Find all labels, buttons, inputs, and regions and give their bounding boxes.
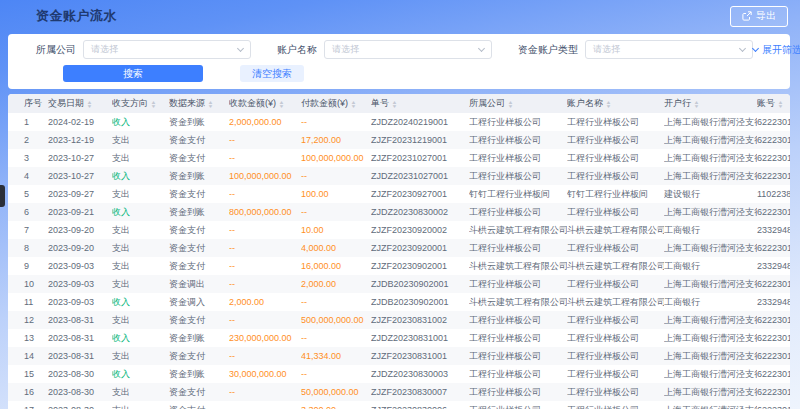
sort-icon[interactable]: ▲▼ bbox=[694, 100, 699, 108]
table-row: 12024-02-19收入资金到账2,000,000.00--ZJDZ20240… bbox=[8, 113, 790, 131]
cell-payment_amount: 50,000,000.00 bbox=[301, 383, 371, 401]
account-type-select[interactable]: 请选择 bbox=[585, 40, 753, 59]
cell-date: 2023-08-31 bbox=[48, 329, 112, 347]
cell-income_amount: -- bbox=[229, 347, 301, 365]
cell-source: 资金支付 bbox=[169, 185, 229, 203]
cell-company: 工程行业样板公司 bbox=[469, 365, 567, 383]
cell-payment_amount: 500,000,000.00 bbox=[301, 311, 371, 329]
cell-company: 工程行业样板公司 bbox=[469, 167, 567, 185]
col-header-label: 交易日期 bbox=[48, 98, 84, 108]
cell-source: 资金到账 bbox=[169, 113, 229, 131]
cell-index: 16 bbox=[8, 383, 48, 401]
cell-bank: 工商银行 bbox=[664, 293, 757, 311]
cell-source: 资金支付 bbox=[169, 149, 229, 167]
cell-payment_amount: -- bbox=[301, 167, 371, 185]
cell-date: 2023-10-27 bbox=[48, 167, 112, 185]
cell-company: 斗栱云建筑工程有限公司 bbox=[469, 293, 567, 311]
cell-account_name: 斗栱云建筑工程有限公司 bbox=[567, 293, 664, 311]
cell-order_no: ZJZF20230902001 bbox=[371, 257, 469, 275]
cell-direction: 收入 bbox=[112, 293, 169, 311]
cell-date: 2023-09-03 bbox=[48, 257, 112, 275]
sort-icon[interactable]: ▲▼ bbox=[351, 100, 356, 108]
cell-direction: 支出 bbox=[112, 311, 169, 329]
cell-bank: 上海工商银行漕河泾支行 bbox=[664, 203, 757, 221]
top-bar: 资金账户流水 导出 bbox=[0, 0, 800, 32]
table-row: 72023-09-20支出资金支付--10.00ZJZF20230920002斗… bbox=[8, 221, 790, 239]
table-row: 142023-08-31支出资金支付--41,334.00ZJZF2023083… bbox=[8, 347, 790, 365]
cell-income_amount: -- bbox=[229, 149, 301, 167]
clear-search-button[interactable]: 清空搜索 bbox=[240, 65, 304, 82]
cell-income_amount: -- bbox=[229, 401, 301, 409]
col-header-company[interactable]: 所属公司▲▼ bbox=[469, 94, 567, 113]
table-row: 82023-09-20支出资金支付--4,000.00ZJZF202309200… bbox=[8, 239, 790, 257]
sort-icon[interactable]: ▲▼ bbox=[279, 100, 284, 108]
col-header-label: 账户名称 bbox=[567, 98, 603, 108]
cell-index: 7 bbox=[8, 221, 48, 239]
col-header-account_no[interactable]: 账号▲▼ bbox=[757, 94, 790, 113]
cell-index: 12 bbox=[8, 311, 48, 329]
sort-icon[interactable]: ▲▼ bbox=[87, 100, 92, 108]
sort-icon[interactable]: ▲▼ bbox=[508, 100, 513, 108]
account-name-select[interactable]: 请选择 bbox=[324, 40, 492, 59]
col-header-date[interactable]: 交易日期▲▼ bbox=[48, 94, 112, 113]
cell-account_no: 110223823 bbox=[757, 185, 790, 203]
cell-income_amount: 30,000,000.00 bbox=[229, 365, 301, 383]
cell-direction: 支出 bbox=[112, 401, 169, 409]
sort-icon[interactable]: ▲▼ bbox=[208, 100, 213, 108]
table-row: 52023-09-27支出资金支付--100.00ZJZF20230927001… bbox=[8, 185, 790, 203]
cell-company: 工程行业样板公司 bbox=[469, 113, 567, 131]
col-header-payment_amount[interactable]: 付款金额(¥)▲▼ bbox=[301, 94, 371, 113]
sort-icon[interactable]: ▲▼ bbox=[151, 100, 156, 108]
cell-index: 17 bbox=[8, 401, 48, 409]
cell-account_name: 工程行业样板公司 bbox=[567, 311, 664, 329]
cell-account_no: 622230111 bbox=[757, 131, 790, 149]
sort-icon[interactable]: ▲▼ bbox=[606, 100, 611, 108]
col-header-label: 付款金额(¥) bbox=[301, 98, 348, 108]
cell-index: 6 bbox=[8, 203, 48, 221]
cell-company: 工程行业样板公司 bbox=[469, 329, 567, 347]
cell-source: 资金支付 bbox=[169, 239, 229, 257]
sort-icon[interactable]: ▲▼ bbox=[778, 100, 783, 108]
search-button[interactable]: 搜索 bbox=[63, 65, 203, 82]
cell-bank: 上海工商银行漕河泾支行 bbox=[664, 167, 757, 185]
cell-order_no: ZJDZ20230831001 bbox=[371, 329, 469, 347]
cell-bank: 上海工商银行漕河泾支行 bbox=[664, 347, 757, 365]
expand-filters-link[interactable]: 展开筛选 bbox=[753, 43, 800, 57]
cell-account_no: 23329489 bbox=[757, 257, 790, 275]
col-header-direction[interactable]: 收支方向▲▼ bbox=[112, 94, 169, 113]
cell-index: 9 bbox=[8, 257, 48, 275]
company-filter-label: 所属公司 bbox=[36, 43, 76, 57]
col-header-account_name[interactable]: 账户名称▲▼ bbox=[567, 94, 664, 113]
cell-account_name: 工程行业样板公司 bbox=[567, 203, 664, 221]
cell-payment_amount: 4,000.00 bbox=[301, 239, 371, 257]
transactions-table-panel: 序号交易日期▲▼收支方向▲▼数据来源▲▼收款金额(¥)▲▼付款金额(¥)▲▼单号… bbox=[8, 94, 790, 409]
drawer-handle[interactable] bbox=[0, 185, 5, 207]
col-header-bank[interactable]: 开户行▲▼ bbox=[664, 94, 757, 113]
cell-index: 2 bbox=[8, 131, 48, 149]
cell-company: 工程行业样板公司 bbox=[469, 347, 567, 365]
cell-account_name: 工程行业样板公司 bbox=[567, 149, 664, 167]
export-button[interactable]: 导出 bbox=[730, 6, 788, 27]
cell-payment_amount: 3,300.00 bbox=[301, 401, 371, 409]
company-select[interactable]: 请选择 bbox=[83, 40, 251, 59]
cell-bank: 上海工商银行漕河泾支行 bbox=[664, 131, 757, 149]
cell-date: 2023-08-31 bbox=[48, 347, 112, 365]
cell-order_no: ZJDZ20231027001 bbox=[371, 167, 469, 185]
col-header-order_no[interactable]: 单号▲▼ bbox=[371, 94, 469, 113]
cell-payment_amount: 2,000.00 bbox=[301, 275, 371, 293]
export-button-label: 导出 bbox=[756, 9, 776, 23]
col-header-source[interactable]: 数据来源▲▼ bbox=[169, 94, 229, 113]
sort-icon[interactable]: ▲▼ bbox=[392, 100, 397, 108]
cell-date: 2023-08-31 bbox=[48, 311, 112, 329]
cell-date: 2023-09-03 bbox=[48, 275, 112, 293]
cell-direction: 支出 bbox=[112, 383, 169, 401]
cell-index: 4 bbox=[8, 167, 48, 185]
cell-direction: 支出 bbox=[112, 149, 169, 167]
col-header-income_amount[interactable]: 收款金额(¥)▲▼ bbox=[229, 94, 301, 113]
table-row: 162023-08-30支出资金支付--50,000,000.00ZJZF202… bbox=[8, 383, 790, 401]
cell-direction: 支出 bbox=[112, 257, 169, 275]
cell-account_no: 622230111 bbox=[757, 401, 790, 409]
cell-source: 资金到账 bbox=[169, 167, 229, 185]
cell-source: 资金支付 bbox=[169, 347, 229, 365]
chevron-down-icon bbox=[237, 44, 244, 51]
